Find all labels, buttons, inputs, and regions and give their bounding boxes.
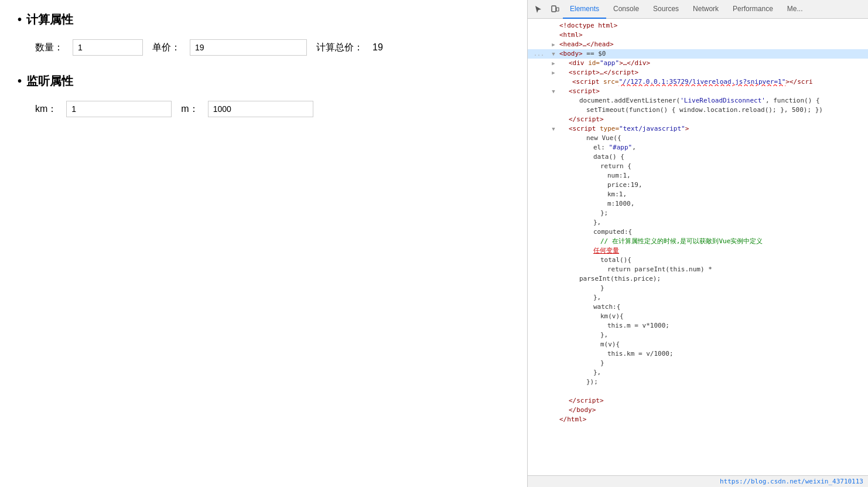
code-line-div-app: ▶ <div id="app">…</div> [528,59,868,68]
code-line-km-fn: km(v){ [528,312,868,321]
watch-section-title: • 监听属性 [18,73,510,89]
code-line-comment1: // 在计算属性定义的时候,是可以获敵到Vue实例中定义 [528,237,868,246]
code-line-html: <html> [528,30,868,40]
code-line-script2-close: </script> [528,115,868,124]
code-line-km-close: }, [528,331,868,340]
code-line-empty [528,387,868,396]
code-line-data-close: }, [528,218,868,227]
devtools-toolbar: Elements Console Sources Network Perform… [528,0,868,19]
tab-more[interactable]: Me... [780,0,810,19]
device-icon[interactable] [546,1,563,18]
m-label: m： [181,103,198,115]
code-line-this-km: this.km = v/1000; [528,349,868,359]
code-line-num: num:1, [528,171,868,181]
computed-section-title: • 计算属性 [18,12,510,28]
code-line-m-fn: m(v){ [528,340,868,349]
bullet-1: • [18,13,22,26]
code-line-body-close: </body> [528,406,868,415]
left-panel: • 计算属性 数量： 单价： 计算总价： 19 • 监听属性 km： m： [0,0,527,487]
watch-form-row: km： m： [35,101,510,117]
code-line-html-close: </html> [528,415,868,424]
total-value: 19 [373,42,383,53]
tab-elements[interactable]: Elements [563,0,606,19]
code-line-computed: computed:{ [528,227,868,237]
code-line-addeventlistener: document.addEventListener('LiveReloadDis… [528,96,868,105]
devtools-statusbar: https://blog.csdn.net/weixin_43710113 [528,475,868,487]
code-line-watch-comma: }, [528,368,868,377]
code-line-computed-comma: }, [528,293,868,302]
m-input[interactable] [208,101,313,117]
code-line-livereload: <script src="//127.0.0.1:35729/livereloa… [528,77,868,87]
code-line-script1: ▶ <script>…</script> [528,68,868,77]
statusbar-url: https://blog.csdn.net/weixin_43710113 [720,478,863,485]
code-line-watch: watch:{ [528,302,868,312]
code-line-total: total(){ [528,256,868,265]
price-label: 单价： [152,42,180,54]
km-label: km： [35,103,57,115]
devtools-panel: Elements Console Sources Network Perform… [527,0,868,487]
price-input[interactable] [190,39,307,56]
code-line-return-parseInt1: return parseInt(this.num) * [528,265,868,274]
computed-form-row: 数量： 单价： 计算总价： 19 [35,39,510,56]
inspect-icon[interactable] [530,1,546,18]
code-line-head: ▶ <head>…</head> [528,40,868,49]
code-line-data: data() { [528,152,868,162]
tab-console[interactable]: Console [606,0,646,19]
code-line-settimeout: setTimeout(function() { window.location.… [528,105,868,115]
code-line-script3-open: ▼ <script type="text/javascript"> [528,124,868,134]
code-line-return: return { [528,162,868,171]
svg-rect-1 [556,8,559,11]
code-line-doctype: <!doctype html> [528,21,868,30]
code-line-price: price:19, [528,181,868,190]
code-line-remark: 任何变量 [528,246,868,256]
code-line-km: km:1, [528,190,868,199]
km-input[interactable] [66,101,172,117]
code-line-el: el: "#app", [528,143,868,152]
code-line-total-close: } [528,284,868,293]
code-line-script2-open: ▼ <script> [528,87,868,96]
tab-network[interactable]: Network [686,0,726,19]
code-line-m-close: } [528,359,868,368]
tab-sources[interactable]: Sources [646,0,686,19]
code-line-body: ... ▼ <body> == $0 [528,49,868,59]
bullet-2: • [18,74,22,88]
code-line-m: m:1000, [528,199,868,209]
code-line-this-m: this.m = v*1000; [528,321,868,331]
total-label: 计算总价： [316,42,363,54]
code-line-return-close: }; [528,209,868,218]
code-line-script3-close: </script> [528,396,868,406]
num-label: 数量： [35,42,63,54]
code-line-vue-close: }); [528,377,868,387]
computed-title-text: 计算属性 [26,12,73,28]
num-input[interactable] [73,39,143,56]
code-line-parseIntPrice: parseInt(this.price); [528,274,868,284]
tab-performance[interactable]: Performance [726,0,780,19]
watch-title-text: 监听属性 [26,73,73,89]
code-area[interactable]: <!doctype html> <html> ▶ <head>…</head> … [528,19,868,475]
svg-rect-0 [552,6,556,12]
code-line-newvue: new Vue({ [528,134,868,143]
